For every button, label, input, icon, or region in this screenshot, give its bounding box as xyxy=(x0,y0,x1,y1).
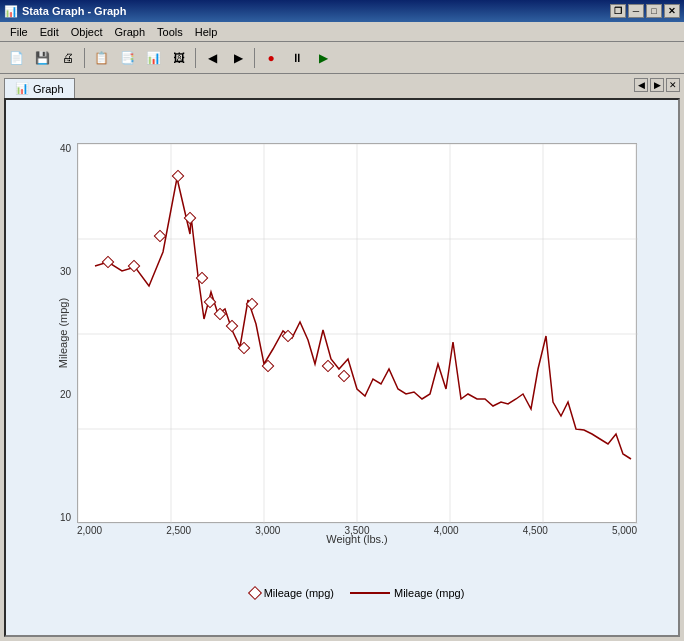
svg-rect-18 xyxy=(204,296,215,307)
svg-rect-15 xyxy=(172,170,183,181)
play-button[interactable]: ▶ xyxy=(311,46,335,70)
y-tick-30: 30 xyxy=(60,266,71,277)
graph-tab-icon: 📊 xyxy=(15,82,29,95)
graph-tab-label: Graph xyxy=(33,83,64,95)
close-button[interactable]: ✕ xyxy=(664,4,680,18)
menu-help[interactable]: Help xyxy=(189,24,224,40)
app-icon: 📊 xyxy=(4,5,18,18)
maximize-button[interactable]: □ xyxy=(646,4,662,18)
print-button[interactable]: 🖨 xyxy=(56,46,80,70)
tab-close-button[interactable]: ✕ xyxy=(666,78,680,92)
graph-plot xyxy=(77,143,637,523)
tab-prev-button[interactable]: ◀ xyxy=(634,78,648,92)
legend-item-line: Mileage (mpg) xyxy=(350,587,464,599)
svg-rect-12 xyxy=(102,256,113,267)
forward-button[interactable]: ▶ xyxy=(226,46,250,70)
tab-area: 📊 Graph ◀ ▶ ✕ xyxy=(0,74,684,98)
image-button[interactable]: 🖼 xyxy=(167,46,191,70)
restore-button[interactable]: ❐ xyxy=(610,4,626,18)
title-bar: 📊 Stata Graph - Graph ❐ ─ □ ✕ xyxy=(0,0,684,22)
y-tick-40: 40 xyxy=(60,143,71,154)
legend-label-scatter: Mileage (mpg) xyxy=(264,587,334,599)
y-axis-ticks: 40 30 20 10 xyxy=(60,143,71,523)
x-axis-label: Weight (lbs.) xyxy=(77,533,637,545)
menu-tools[interactable]: Tools xyxy=(151,24,189,40)
save-button[interactable]: 💾 xyxy=(30,46,54,70)
graph-container: Mileage (mpg) 40 30 20 10 xyxy=(4,98,680,637)
graph-legend: Mileage (mpg) Mileage (mpg) xyxy=(77,587,637,599)
y-tick-10: 10 xyxy=(60,512,71,523)
new-button[interactable]: 📄 xyxy=(4,46,28,70)
legend-label-line: Mileage (mpg) xyxy=(394,587,464,599)
svg-rect-20 xyxy=(226,320,237,331)
toolbar: 📄 💾 🖨 📋 📑 📊 🖼 ◀ ▶ ● ⏸ ▶ xyxy=(0,42,684,74)
copy-button[interactable]: 📋 xyxy=(89,46,113,70)
y-tick-20: 20 xyxy=(60,389,71,400)
legend-line-icon xyxy=(350,592,390,594)
paste-button[interactable]: 📑 xyxy=(115,46,139,70)
svg-rect-25 xyxy=(322,360,333,371)
menu-graph[interactable]: Graph xyxy=(109,24,152,40)
menu-bar: File Edit Object Graph Tools Help xyxy=(0,22,684,42)
tab-next-button[interactable]: ▶ xyxy=(650,78,664,92)
svg-rect-26 xyxy=(338,370,349,381)
toolbar-separator-3 xyxy=(254,48,255,68)
title-bar-text: Stata Graph - Graph xyxy=(22,5,127,17)
toolbar-separator-2 xyxy=(195,48,196,68)
menu-object[interactable]: Object xyxy=(65,24,109,40)
svg-rect-14 xyxy=(154,230,165,241)
toolbar-separator-1 xyxy=(84,48,85,68)
menu-edit[interactable]: Edit xyxy=(34,24,65,40)
back-button[interactable]: ◀ xyxy=(200,46,224,70)
legend-diamond-icon xyxy=(248,585,262,599)
main-area: Mileage (mpg) 40 30 20 10 xyxy=(0,98,684,641)
menu-file[interactable]: File xyxy=(4,24,34,40)
legend-item-scatter: Mileage (mpg) xyxy=(250,587,334,599)
minimize-button[interactable]: ─ xyxy=(628,4,644,18)
graph-tab[interactable]: 📊 Graph xyxy=(4,78,75,98)
pause-button[interactable]: ⏸ xyxy=(285,46,309,70)
record-button[interactable]: ● xyxy=(259,46,283,70)
graph-button[interactable]: 📊 xyxy=(141,46,165,70)
tab-controls: ◀ ▶ ✕ xyxy=(634,78,680,92)
graph-wrapper: Mileage (mpg) 40 30 20 10 xyxy=(22,123,662,613)
